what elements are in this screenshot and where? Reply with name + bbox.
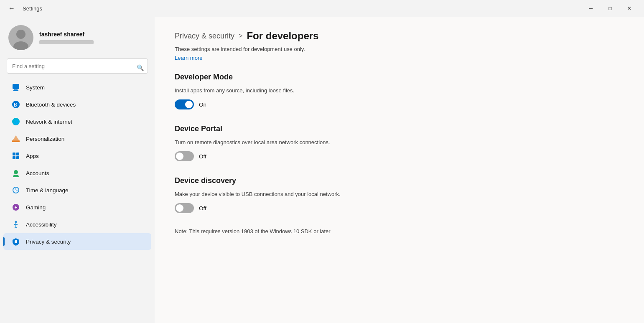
svg-point-17 <box>13 175 19 177</box>
sidebar-item-label: Time & language <box>26 187 69 193</box>
breadcrumb-parent-link[interactable]: Privacy & security <box>175 32 234 41</box>
user-email-bar <box>39 40 94 44</box>
device-discovery-desc: Make your device visible to USB connecti… <box>175 191 624 197</box>
time-icon <box>12 186 20 194</box>
svg-text:B: B <box>14 102 17 108</box>
sidebar-item-label: Bluetooth & devices <box>26 102 76 108</box>
sidebar-item-label: Apps <box>26 153 39 159</box>
developer-mode-toggle[interactable] <box>175 99 194 109</box>
user-info: tashreef shareef <box>39 31 94 44</box>
sidebar-item-label: Gaming <box>26 204 46 211</box>
svg-line-29 <box>16 227 17 228</box>
sidebar-item-privacy[interactable]: Privacy & security <box>3 233 151 250</box>
sidebar-item-apps[interactable]: Apps <box>3 148 151 164</box>
device-discovery-toggle[interactable] <box>175 203 194 213</box>
device-discovery-section: Device discovery Make your device visibl… <box>175 176 624 213</box>
developer-mode-toggle-row: On <box>175 99 624 109</box>
sidebar-item-label: Privacy & security <box>26 239 71 245</box>
svg-point-25 <box>15 221 17 223</box>
footer-note: Note: This requires version 1903 of the … <box>175 228 624 234</box>
avatar <box>8 25 33 50</box>
sidebar-item-time[interactable]: Time & language <box>3 182 151 198</box>
svg-marker-11 <box>13 135 19 140</box>
sidebar-item-label: Network & internet <box>26 119 72 125</box>
breadcrumb-separator: > <box>239 32 242 40</box>
page-title: For developers <box>247 30 318 42</box>
sidebar-item-bluetooth[interactable]: B Bluetooth & devices <box>3 96 151 113</box>
svg-text:🌐: 🌐 <box>14 120 19 125</box>
sidebar-item-label: Personalization <box>26 136 64 142</box>
window-controls: ─ □ ✕ <box>581 2 639 15</box>
developer-mode-desc: Install apps from any source, including … <box>175 87 624 94</box>
close-button[interactable]: ✕ <box>620 2 639 15</box>
accounts-icon <box>12 169 20 177</box>
sidebar-item-label: Accessibility <box>26 221 57 228</box>
svg-rect-4 <box>14 89 18 90</box>
svg-rect-13 <box>16 153 19 155</box>
svg-rect-24 <box>15 206 16 209</box>
sidebar-item-personalization[interactable]: Personalization <box>3 130 151 147</box>
svg-point-1 <box>16 30 25 39</box>
main-layout: tashreef shareef 🔍 System B Bluetooth & … <box>0 17 644 323</box>
sidebar-item-label: Accounts <box>26 170 49 176</box>
titlebar: ← Settings ─ □ ✕ <box>0 0 644 17</box>
sidebar-item-system[interactable]: System <box>3 79 151 96</box>
device-portal-title: Device Portal <box>175 125 624 133</box>
user-profile[interactable]: tashreef shareef <box>0 20 155 57</box>
maximize-button[interactable]: □ <box>601 2 620 15</box>
device-discovery-title: Device discovery <box>175 176 624 185</box>
system-icon <box>12 83 20 92</box>
svg-rect-12 <box>13 153 15 155</box>
network-icon: 🌐 <box>12 117 20 126</box>
device-portal-desc: Turn on remote diagnostics over local ar… <box>175 139 624 145</box>
sidebar-item-gaming[interactable]: Gaming <box>3 199 151 216</box>
username: tashreef shareef <box>39 31 94 38</box>
sidebar: tashreef shareef 🔍 System B Bluetooth & … <box>0 17 155 323</box>
device-portal-toggle-label: Off <box>199 153 206 160</box>
device-discovery-toggle-row: Off <box>175 203 624 213</box>
privacy-icon <box>12 237 20 246</box>
active-indicator <box>3 237 5 246</box>
device-portal-section: Device Portal Turn on remote diagnostics… <box>175 125 624 161</box>
bluetooth-icon: B <box>12 100 20 109</box>
apps-icon <box>12 152 20 160</box>
sidebar-item-accounts[interactable]: Accounts <box>3 165 151 181</box>
gaming-icon <box>12 203 20 211</box>
app-title: Settings <box>23 5 42 12</box>
back-button[interactable]: ← <box>5 3 18 14</box>
search-container: 🔍 <box>0 57 155 79</box>
breadcrumb: Privacy & security > For developers <box>175 30 624 42</box>
nav-list: System B Bluetooth & devices 🌐 Network &… <box>0 79 155 250</box>
developer-mode-section: Developer Mode Install apps from any sou… <box>175 73 624 109</box>
sidebar-item-network[interactable]: 🌐 Network & internet <box>3 113 151 130</box>
developer-mode-toggle-label: On <box>199 102 206 108</box>
accessibility-icon <box>12 220 20 229</box>
minimize-button[interactable]: ─ <box>581 2 601 15</box>
svg-point-16 <box>14 170 18 174</box>
svg-rect-3 <box>13 84 19 89</box>
device-discovery-toggle-label: Off <box>199 205 206 211</box>
svg-rect-14 <box>13 156 15 159</box>
device-portal-toggle[interactable] <box>175 151 194 161</box>
content-area: Privacy & security > For developers Thes… <box>155 17 644 323</box>
learn-more-link[interactable]: Learn more <box>175 55 202 61</box>
device-portal-toggle-row: Off <box>175 151 624 161</box>
developer-mode-title: Developer Mode <box>175 73 624 81</box>
svg-rect-15 <box>16 156 19 159</box>
svg-rect-10 <box>12 140 20 142</box>
personalization-icon <box>12 135 20 143</box>
search-input[interactable] <box>7 58 148 74</box>
svg-rect-5 <box>13 90 18 91</box>
sidebar-item-label: System <box>26 84 45 91</box>
page-subtitle: These settings are intended for developm… <box>175 46 624 52</box>
sidebar-item-accessibility[interactable]: Accessibility <box>3 216 151 233</box>
